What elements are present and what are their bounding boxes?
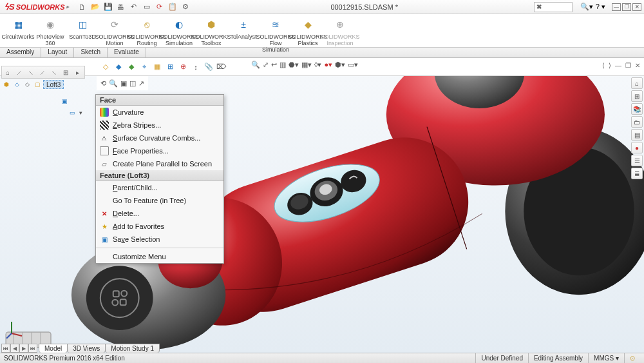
row2-icon-4[interactable]: ◫ [129, 79, 136, 88]
zoom-area-icon[interactable]: ⤢ [263, 61, 269, 69]
ribbon-inspection[interactable]: ⊕SOLIDWORKS Inspection [325, 15, 355, 48]
ctx-save-selection[interactable]: ▣ Save Selection [96, 233, 223, 246]
ribbon-circuitworks[interactable]: ▦CircuitWorks [3, 15, 33, 41]
fm-assembly-icon[interactable]: ⬢ [2, 80, 11, 89]
taskpane-home-icon[interactable]: ⌂ [631, 77, 643, 89]
taskpane-appearances-icon[interactable]: ● [631, 142, 643, 153]
orientation-triad[interactable] [5, 319, 24, 338]
status-rebuild-icon[interactable]: ⊙ [624, 353, 640, 363]
select-button[interactable]: ▭ [141, 2, 153, 12]
edit-feature-icon[interactable]: ▭ [69, 108, 76, 117]
ribbon-scanto3d[interactable]: ◫ScanTo3D [67, 15, 98, 41]
rebuild-button[interactable]: ⟳ [154, 2, 166, 12]
new-button[interactable]: 🗋 [77, 2, 88, 12]
tool-icon-9[interactable]: 📎 [204, 62, 214, 72]
fm-selected-feature[interactable]: Loft3 [43, 80, 64, 89]
tab-motion-study[interactable]: Motion Study 1 [105, 344, 160, 353]
fm-tab-4-icon[interactable]: ⟋ [37, 67, 48, 77]
tab-model[interactable]: Model [39, 344, 68, 353]
fm-body-icon[interactable]: ▢ [33, 80, 42, 89]
ribbon-toolbox[interactable]: ⬢SOLIDWORKS Toolbox [196, 15, 227, 48]
tab-scroll-last-icon[interactable]: ⏭ [28, 344, 37, 353]
tab-scroll-next-icon[interactable]: ▶ [19, 344, 28, 353]
ribbon-tolanalyst[interactable]: ±TolAnalyst [228, 15, 259, 41]
display-style-icon[interactable]: ▦▾ [301, 61, 312, 69]
tab-scroll-prev-icon[interactable]: ◀ [10, 344, 19, 353]
help-icon[interactable]: ? ▾ [596, 3, 605, 11]
ctx-go-to-feature[interactable]: Go To Feature (in Tree) [96, 194, 223, 207]
tool-icon-5[interactable]: ▦ [152, 62, 162, 72]
tab-layout[interactable]: Layout [41, 48, 74, 57]
taskpane-custom-props-icon[interactable]: ☰ [631, 155, 643, 166]
zoom-fit-icon[interactable]: 🔍 [251, 61, 260, 69]
search-icon[interactable]: 🔍▾ [580, 3, 593, 11]
taskpane-file-explorer-icon[interactable]: 🗀 [631, 116, 643, 128]
appearance-icon[interactable]: ●▾ [324, 61, 332, 69]
save-button[interactable]: 💾 [102, 2, 114, 12]
tool-icon-8[interactable]: ↕ [191, 62, 201, 72]
ribbon-plastics[interactable]: ◆SOLIDWORKS Plastics [292, 15, 323, 48]
ctx-parent-child[interactable]: Parent/Child... [96, 181, 223, 194]
taskpane-view-palette-icon[interactable]: ▤ [631, 129, 643, 141]
panel-collapse-right-icon[interactable]: ⟩ [609, 62, 611, 69]
tool-icon-7[interactable]: ⊕ [178, 62, 188, 72]
ribbon-simulation[interactable]: ◐SOLIDWORKS Simulation [164, 15, 194, 48]
section-view-icon[interactable]: ▥ [279, 61, 286, 69]
fm-tab-2-icon[interactable]: ⟋ [14, 67, 24, 77]
fm-part2-icon[interactable]: ◇ [23, 80, 32, 89]
ctx-customize-menu[interactable]: Customize Menu [96, 250, 223, 263]
tab-evaluate[interactable]: Evaluate [108, 48, 146, 57]
viewport-min-icon[interactable]: — [615, 62, 621, 69]
row2-icon-1[interactable]: ⟲ [100, 79, 106, 88]
tool-icon-4[interactable]: ⌖ [139, 62, 149, 72]
ctx-zebra-stripes[interactable]: Zebra Stripes... [96, 119, 223, 132]
ribbon-flowsim[interactable]: ≋SOLIDWORKS Flow Simulation [260, 15, 291, 54]
panel-collapse-left-icon[interactable]: ⟨ [602, 62, 605, 69]
close-button[interactable]: ✕ [632, 3, 641, 11]
ctx-surface-curvature-combs[interactable]: ⩚ Surface Curvature Combs... [96, 132, 223, 144]
ribbon-photoview360[interactable]: ◉PhotoView 360 [35, 15, 66, 48]
row2-icon-3[interactable]: ▣ [120, 79, 127, 88]
ctx-curvature[interactable]: Curvature [96, 106, 223, 119]
taskpane-resources-icon[interactable]: ⊞ [631, 90, 643, 102]
tab-assembly[interactable]: Assembly [0, 48, 41, 57]
view-settings-icon[interactable]: ▭▾ [348, 61, 358, 69]
tool-icon-3[interactable]: ◆ [126, 62, 137, 72]
tool-icon-6[interactable]: ⊞ [165, 62, 175, 72]
tab-sketch[interactable]: Sketch [74, 48, 108, 57]
dropdown-icon[interactable]: ▸ [66, 4, 69, 10]
taskpane-forum-icon[interactable]: ≣ [631, 168, 643, 179]
tab-scroll-first-icon[interactable]: ⏮ [1, 344, 10, 353]
ribbon-routing[interactable]: ⎋SOLIDWORKS Routing [131, 15, 162, 48]
prev-view-icon[interactable]: ↩ [271, 61, 277, 69]
tool-icon-10[interactable]: ⌦ [216, 62, 227, 72]
fm-tab-7-icon[interactable]: ▸ [72, 67, 82, 77]
open-button[interactable]: 📂 [90, 2, 101, 12]
print-button[interactable]: 🖶 [115, 2, 127, 12]
undo-button[interactable]: ↶ [128, 2, 140, 12]
ctx-face-properties[interactable]: Face Properties... [96, 144, 223, 157]
edit-part-icon[interactable]: ▣ [60, 97, 69, 106]
hide-show-icon[interactable]: ◊▾ [314, 61, 321, 69]
tab-3d-views[interactable]: 3D Views [67, 344, 106, 353]
ctx-create-plane-parallel[interactable]: ▱ Create Plane Parallel to Screen [96, 157, 223, 170]
settings-button[interactable]: ⚙ [180, 2, 191, 12]
view-orient-icon[interactable]: ⬣▾ [289, 61, 299, 69]
fm-tab-1-icon[interactable]: ⌂ [3, 67, 13, 77]
restore-button[interactable]: ❐ [622, 3, 631, 11]
tool-icon-1[interactable]: ◇ [100, 62, 111, 72]
options-button[interactable]: 📋 [167, 2, 178, 12]
ribbon-motion[interactable]: ⟳SOLIDWORKS Motion [99, 15, 130, 48]
fm-tab-3-icon[interactable]: ⟍ [26, 67, 36, 77]
row2-icon-5[interactable]: ↗ [138, 79, 144, 88]
expand-icon[interactable]: ▾ [77, 108, 84, 117]
fm-tab-6-icon[interactable]: ⊞ [61, 67, 71, 77]
ctx-delete[interactable]: ✕ Delete... [96, 207, 223, 220]
scene-icon[interactable]: ⬢▾ [335, 61, 345, 69]
tool-icon-2[interactable]: ◆ [113, 62, 124, 72]
fm-part-icon[interactable]: ◇ [12, 80, 21, 89]
ctx-add-favorites[interactable]: ★ Add to Favorites [96, 220, 223, 233]
minimize-button[interactable]: — [612, 3, 621, 11]
row2-icon-2[interactable]: 🔍 [109, 79, 118, 88]
command-search[interactable]: ✖ [534, 2, 573, 12]
